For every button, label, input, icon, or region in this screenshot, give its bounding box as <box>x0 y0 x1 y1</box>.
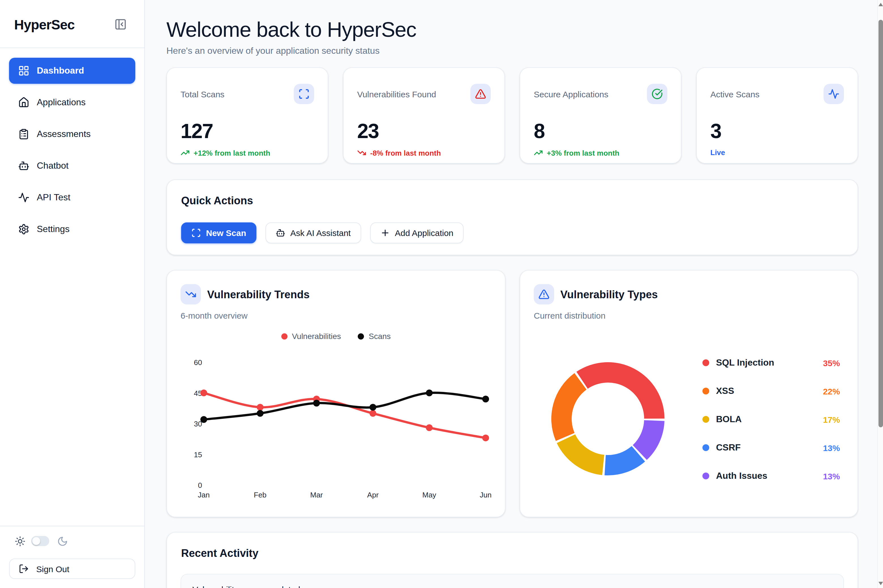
stat-delta: +12% from last month <box>181 148 270 158</box>
theme-switcher <box>9 536 135 547</box>
triangle-alert-icon <box>538 289 550 300</box>
legend-dot <box>702 359 709 366</box>
types-donut-chart <box>546 357 670 481</box>
sidebar-item-label: Settings <box>37 224 70 234</box>
sidebar-item-dashboard[interactable]: Dashboard <box>9 58 135 84</box>
legend-dot <box>702 416 709 423</box>
legend-item-csrf: CSRF13% <box>702 434 840 462</box>
scrollbar-down-arrow[interactable] <box>879 582 883 585</box>
scrollbar[interactable] <box>877 0 883 588</box>
svg-text:May: May <box>422 490 436 499</box>
stat-icon-chip <box>647 84 667 104</box>
page-subtitle: Here's an overview of your application s… <box>166 45 858 56</box>
recent-activity-title: Recent Activity <box>181 547 258 560</box>
stat-value: 23 <box>357 121 379 141</box>
trending-up-icon <box>534 148 543 158</box>
stat-delta-text: Live <box>711 148 725 157</box>
sun-icon <box>15 536 25 546</box>
add-application-label: Add Application <box>395 228 453 238</box>
sidebar-item-label: API Test <box>37 192 70 202</box>
gear-icon <box>18 224 29 235</box>
moon-icon <box>57 536 68 546</box>
stat-label: Active Scans <box>711 89 759 99</box>
types-subtitle: Current distribution <box>534 311 606 320</box>
svg-text:60: 60 <box>194 358 202 367</box>
toggle-knob <box>32 537 40 545</box>
stat-card-active-scans: Active Scans 3 Live <box>696 68 858 164</box>
scrollbar-up-arrow[interactable] <box>879 3 883 6</box>
log-out-icon <box>19 564 29 574</box>
svg-text:0: 0 <box>198 481 202 489</box>
sign-out-button[interactable]: Sign Out <box>9 559 135 579</box>
sidebar-footer: Sign Out <box>0 526 144 588</box>
ask-ai-assistant-button[interactable]: Ask AI Assistant <box>265 222 361 243</box>
triangle-alert-icon <box>475 88 486 100</box>
hypersec-dashboard: HyperSec Dashboard Applications Assessme… <box>0 0 883 588</box>
panel-left-close-icon <box>114 18 127 30</box>
home-icon <box>18 97 29 108</box>
sidebar-item-label: Chatbot <box>37 161 69 171</box>
trends-line-chart: 015304560JanFebMarAprMayJun <box>167 270 506 518</box>
legend-value: 35% <box>823 358 840 368</box>
circle-check-icon <box>652 88 663 100</box>
layout-grid-icon <box>18 65 29 76</box>
activity-icon <box>18 192 29 203</box>
legend-dot <box>702 388 709 394</box>
app-logo: HyperSec <box>14 17 75 33</box>
stat-label: Total Scans <box>181 89 225 99</box>
sidebar-item-label: Applications <box>37 98 86 108</box>
types-legend: SQL Injection35% XSS22% BOLA17% CSRF13% … <box>702 349 840 490</box>
quick-actions-buttons: New Scan Ask AI Assistant Add Applicatio… <box>181 222 463 243</box>
sidebar-item-chatbot[interactable]: Chatbot <box>9 153 135 179</box>
legend-value: 17% <box>823 414 840 424</box>
legend-value: 13% <box>823 471 840 481</box>
stat-card-total-scans: Total Scans 127 +12% from last month <box>166 68 328 164</box>
sidebar-nav: Dashboard Applications Assessments Chatb… <box>0 48 144 242</box>
quick-actions-title: Quick Actions <box>181 195 253 207</box>
legend-item-bola: BOLA17% <box>702 405 840 434</box>
stat-delta-text: +3% from last month <box>547 148 619 157</box>
stat-value: 8 <box>534 121 544 141</box>
add-application-button[interactable]: Add Application <box>370 222 463 243</box>
scrollbar-thumb[interactable] <box>879 20 883 427</box>
stat-card-vulnerabilities-found: Vulnerabilities Found 23 -8% from last m… <box>343 68 505 164</box>
sidebar-item-label: Dashboard <box>37 66 84 76</box>
legend-item-sql-injection: SQL Injection35% <box>702 349 840 377</box>
types-title: Vulnerability Types <box>561 289 658 301</box>
stat-card-secure-applications: Secure Applications 8 +3% from last mont… <box>520 68 682 164</box>
stat-value: 127 <box>181 121 213 141</box>
svg-text:Jun: Jun <box>480 490 492 499</box>
trending-down-icon <box>357 148 366 158</box>
sidebar-item-api-test[interactable]: API Test <box>9 184 135 210</box>
sidebar-item-assessments[interactable]: Assessments <box>9 121 135 147</box>
svg-text:Jan: Jan <box>198 490 210 499</box>
legend-label: XSS <box>716 386 734 396</box>
stat-value: 3 <box>711 121 721 141</box>
sidebar-collapse-button[interactable] <box>114 18 127 30</box>
stat-icon-chip <box>823 84 844 104</box>
stat-delta-text: -8% from last month <box>370 148 441 157</box>
stat-cards-row: Total Scans 127 +12% from last month Vul… <box>166 68 858 164</box>
stat-label: Secure Applications <box>534 89 609 99</box>
ask-ai-assistant-label: Ask AI Assistant <box>290 228 351 238</box>
legend-label: SQL Injection <box>716 358 774 368</box>
theme-toggle[interactable] <box>31 536 49 546</box>
activity-list-item[interactable]: Vulnerability scan completed <box>181 574 844 588</box>
legend-value: 22% <box>823 386 840 396</box>
stat-delta: Live <box>711 148 725 157</box>
sidebar-item-applications[interactable]: Applications <box>9 89 135 116</box>
stat-icon-chip <box>294 84 314 104</box>
legend-item-xss: XSS22% <box>702 377 840 405</box>
svg-text:Feb: Feb <box>254 490 267 499</box>
sign-out-label: Sign Out <box>36 564 69 574</box>
legend-dot <box>702 472 709 479</box>
svg-text:15: 15 <box>194 450 202 459</box>
recent-activity-card: Recent Activity Vulnerability scan compl… <box>166 532 858 588</box>
new-scan-button[interactable]: New Scan <box>181 222 256 243</box>
sidebar-item-settings[interactable]: Settings <box>9 216 135 242</box>
svg-text:Mar: Mar <box>310 490 323 499</box>
legend-item-auth-issues: Auth Issues13% <box>702 462 840 490</box>
sidebar: HyperSec Dashboard Applications Assessme… <box>0 0 145 588</box>
legend-label: BOLA <box>716 414 742 424</box>
bot-icon <box>18 160 29 171</box>
